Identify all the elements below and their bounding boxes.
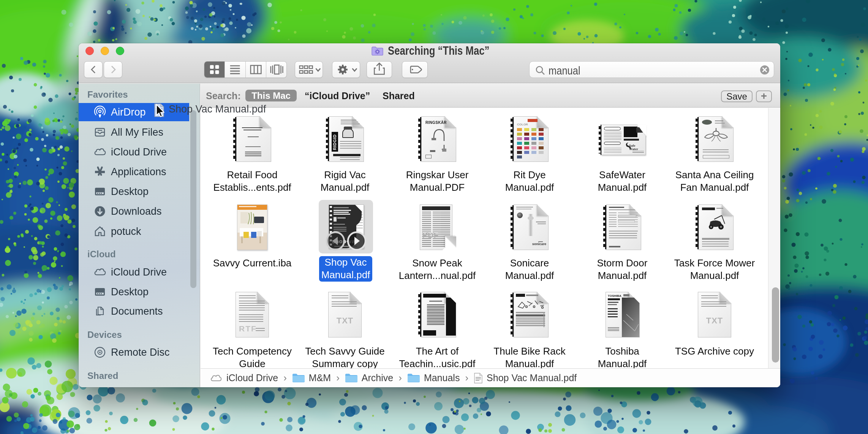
svg-text:Water: Water xyxy=(629,147,638,151)
